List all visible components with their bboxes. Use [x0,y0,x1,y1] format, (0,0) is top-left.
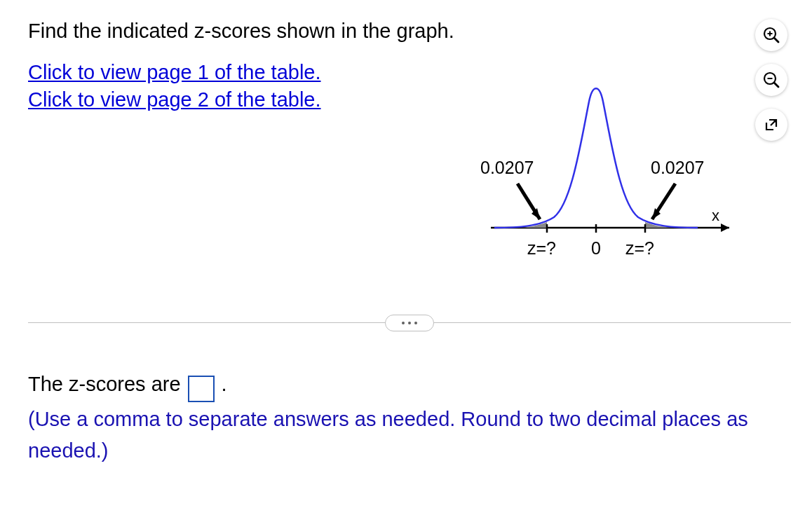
tick-label-left: z=? [527,238,556,259]
tick-label-center: 0 [591,238,601,259]
expand-button[interactable] [385,315,434,331]
svg-marker-1 [721,224,729,232]
x-axis-label: x [712,207,719,225]
table-link-1[interactable]: Click to view page 1 of the table. [28,59,463,86]
z-scores-input[interactable] [188,376,215,402]
svg-line-10 [774,38,778,42]
answer-stem: The z-scores are [28,369,181,400]
zoom-out-icon [762,71,780,89]
zoom-out-button[interactable] [755,64,787,96]
popout-icon [763,116,780,133]
zoom-in-button[interactable] [755,19,787,51]
question-prompt: Find the indicated z-scores shown in the… [28,18,463,45]
svg-line-14 [774,83,778,87]
right-area-label: 0.0207 [651,158,704,178]
table-link-2[interactable]: Click to view page 2 of the table. [28,86,463,114]
tick-label-right: z=? [625,238,654,259]
answer-instruction: (Use a comma to separate answers as need… [28,404,791,467]
left-area-label: 0.0207 [480,158,534,178]
answer-period: . [222,369,227,400]
zoom-in-icon [762,26,780,44]
popout-button[interactable] [755,109,787,141]
normal-curve-graph: 0.0207 0.0207 x z=? 0 z=? [470,18,750,277]
